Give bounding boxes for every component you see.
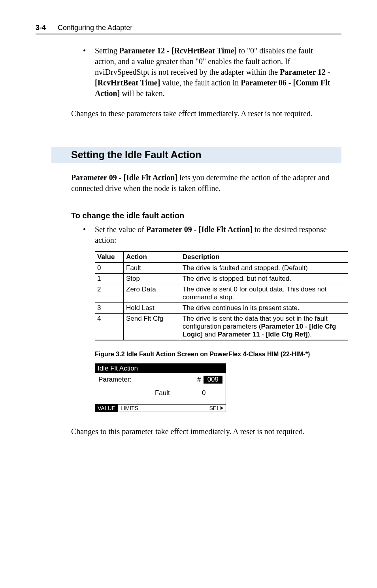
him-screen: Idle Flt Action Parameter: # 009 Fault 0…	[95, 363, 226, 412]
cell-description: The drive is stopped, but not faulted.	[180, 274, 348, 284]
text: ).	[308, 331, 312, 338]
table-header-row: Value Action Description	[95, 251, 348, 263]
section-heading: Setting the Idle Fault Action	[51, 147, 341, 163]
cell-action: Send Flt Cfg	[124, 314, 180, 340]
cell-action: Hold Last	[124, 303, 180, 314]
table-row: 3 Hold Last The drive continues in its p…	[95, 303, 348, 314]
header-title: Configuring the Adapter	[58, 24, 132, 32]
header-text: 3-4 Configuring the Adapter	[36, 24, 132, 32]
text: value, the fault action in	[160, 78, 241, 87]
cell-value: 0	[95, 263, 124, 274]
text: Set the value of	[95, 225, 146, 234]
page-number: 3-4	[36, 24, 46, 32]
him-numeric-value: 0	[202, 389, 222, 397]
table-row: 0 Fault The drive is faulted and stopped…	[95, 263, 348, 274]
him-hash: #	[195, 376, 204, 384]
him-limits-button[interactable]: LIMITS	[118, 405, 141, 412]
action-table: Value Action Description 0 Fault The dri…	[95, 251, 348, 340]
param-ref: Parameter 09 - [Idle Flt Action]	[146, 225, 253, 234]
sub-heading: To change the idle fault action	[71, 211, 341, 220]
text: and	[203, 331, 218, 338]
page: 3-4 Configuring the Adapter Setting Para…	[0, 0, 377, 461]
him-body: Parameter: # 009 Fault 0	[95, 373, 226, 404]
cell-description: The drive is sent the data that you set …	[180, 314, 348, 340]
paragraph: Parameter 09 - [Idle Flt Action] lets yo…	[71, 172, 334, 194]
cell-action: Fault	[124, 263, 180, 274]
bullet-item-2: Set the value of Parameter 09 - [Idle Fl…	[83, 224, 334, 246]
col-header-action: Action	[124, 251, 180, 263]
bullet-icon	[83, 45, 95, 99]
table-row: 2 Zero Data The drive is sent 0 for outp…	[95, 284, 348, 303]
paragraph: Changes to these parameters take effect …	[71, 108, 334, 119]
bullet-text: Set the value of Parameter 09 - [Idle Fl…	[95, 224, 334, 246]
table-row: 1 Stop The drive is stopped, but not fau…	[95, 274, 348, 284]
col-header-description: Description	[180, 251, 348, 263]
him-param-number: 009	[204, 376, 222, 384]
table-row: 4 Send Flt Cfg The drive is sent the dat…	[95, 314, 348, 340]
cell-description: The drive is sent 0 for output data. Thi…	[180, 284, 348, 303]
him-value-button[interactable]: VALUE	[95, 405, 118, 412]
cell-value: 4	[95, 314, 124, 340]
cell-description: The drive continues in its present state…	[180, 303, 348, 314]
param-ref: Parameter 11 - [Idle Cfg Ref]	[218, 331, 308, 338]
param-ref: Parameter 12 - [RcvHrtBeat Time]	[119, 46, 237, 55]
cell-value: 2	[95, 284, 124, 303]
bullet-icon	[83, 224, 95, 246]
figure-caption: Figure 3.2 Idle Fault Action Screen on P…	[95, 351, 341, 358]
him-param-row: Parameter: # 009	[98, 376, 222, 384]
him-titlebar: Idle Flt Action	[95, 364, 226, 373]
cell-action: Stop	[124, 274, 180, 284]
him-action-value: Fault	[155, 389, 202, 397]
cell-description: The drive is faulted and stopped. (Defau…	[180, 263, 348, 274]
bullet-text: Setting Parameter 12 - [RcvHrtBeat Time]…	[95, 45, 334, 99]
col-header-value: Value	[95, 251, 124, 263]
him-value-row: Fault 0	[98, 384, 222, 403]
him-button-row: VALUE LIMITS SEL	[95, 404, 226, 412]
bullet-item-1: Setting Parameter 12 - [RcvHrtBeat Time]…	[83, 45, 334, 99]
paragraph: Changes to this parameter take effect im…	[71, 426, 334, 437]
cell-value: 3	[95, 303, 124, 314]
page-header: 3-4 Configuring the Adapter	[36, 24, 341, 34]
him-sel-button[interactable]: SEL	[207, 405, 226, 412]
triangle-right-icon	[221, 406, 223, 410]
cell-action: Zero Data	[124, 284, 180, 303]
him-param-label: Parameter:	[98, 376, 195, 384]
cell-value: 1	[95, 274, 124, 284]
him-sel-label: SEL	[209, 405, 220, 411]
text: will be taken.	[120, 89, 164, 98]
text: Setting	[95, 46, 119, 55]
param-ref: Parameter 09 - [Idle Flt Action]	[71, 173, 177, 182]
